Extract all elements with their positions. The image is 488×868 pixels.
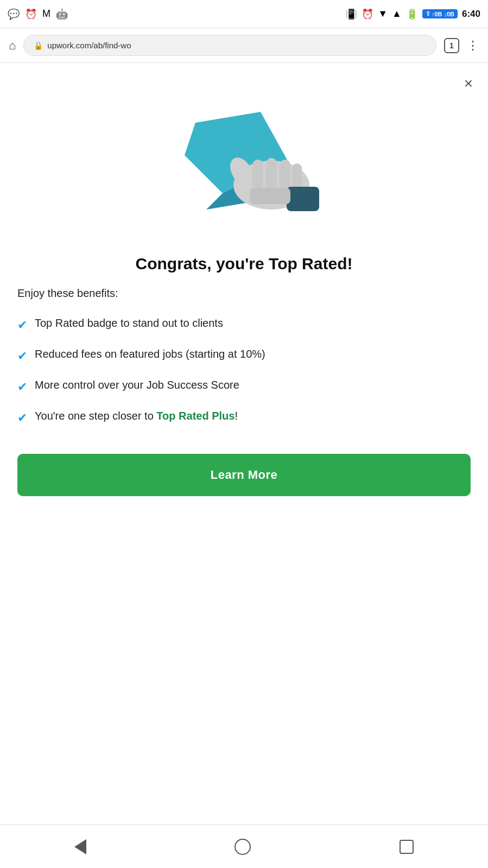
svg-rect-4: [252, 160, 263, 189]
tab-count-badge[interactable]: 1: [444, 38, 459, 53]
benefit-item-1: ✔ Top Rated badge to stand out to client…: [17, 315, 471, 334]
benefit-item-3: ✔ More control over your Job Success Sco…: [17, 377, 471, 396]
close-button[interactable]: ×: [464, 76, 473, 91]
benefit-item-4: ✔ You're one step closer to Top Rated Pl…: [17, 408, 471, 427]
gmail-icon: M: [42, 8, 50, 20]
benefit-item-2: ✔ Reduced fees on featured jobs (startin…: [17, 346, 471, 365]
svg-rect-7: [292, 163, 302, 189]
learn-more-button[interactable]: Learn More: [17, 454, 471, 496]
benefit-text-3: More control over your Job Success Score: [35, 377, 239, 393]
benefit-text-1: Top Rated badge to stand out to clients: [35, 315, 223, 331]
illustration-wrapper: [17, 63, 471, 253]
recents-icon: [400, 840, 414, 854]
signal-icon: ▲: [392, 8, 402, 20]
benefits-intro: Enjoy these benefits:: [17, 287, 471, 300]
top-rated-plus-link[interactable]: Top Rated Plus: [156, 410, 235, 422]
browser-menu-button[interactable]: ⋮: [467, 39, 479, 53]
top-rated-illustration: [152, 96, 337, 226]
tab-count-text: 1: [449, 41, 454, 50]
home-icon: ⌂: [9, 39, 16, 53]
vibrate-icon: 📳: [345, 8, 357, 20]
wifi-icon: ▼: [378, 8, 388, 20]
alarm2-icon: ⏰: [362, 8, 373, 20]
wifi-up-icon: ⇧: [426, 10, 430, 17]
check-icon-2: ✔: [17, 347, 27, 365]
status-bar: 💬 ⏰ M 🤖 📳 ⏰ ▼ ▲ 🔋 ⇧ ↑0B ↓0B 6:40: [0, 0, 488, 28]
bottom-nav: [0, 825, 488, 868]
alarm-icon: ⏰: [25, 8, 37, 20]
congrats-title: Congrats, you're Top Rated!: [17, 253, 471, 274]
check-icon-4: ✔: [17, 409, 27, 427]
recents-button[interactable]: [400, 840, 414, 854]
svg-rect-8: [287, 187, 319, 211]
status-icons-right: 📳 ⏰ ▼ ▲ 🔋 ⇧ ↑0B ↓0B 6:40: [345, 8, 480, 20]
check-icon-3: ✔: [17, 378, 27, 396]
network-badge: ⇧ ↑0B ↓0B: [422, 9, 458, 18]
svg-rect-6: [280, 160, 290, 189]
status-icons-left: 💬 ⏰ M 🤖: [8, 8, 68, 20]
back-button[interactable]: [74, 839, 86, 854]
menu-dots-icon: ⋮: [467, 39, 479, 53]
browser-bar: ⌂ 🔒 upwork.com/ab/find-wo 1 ⋮: [0, 28, 488, 63]
status-time: 6:40: [462, 9, 480, 20]
battery-icon: 🔋: [406, 8, 418, 20]
home-nav-button[interactable]: [235, 839, 251, 855]
url-bar[interactable]: 🔒 upwork.com/ab/find-wo: [23, 35, 436, 56]
check-icon-1: ✔: [17, 316, 27, 334]
benefit-text-4: You're one step closer to Top Rated Plus…: [35, 408, 238, 424]
benefit-text-2: Reduced fees on featured jobs (starting …: [35, 346, 265, 362]
benefits-list: ✔ Top Rated badge to stand out to client…: [17, 315, 471, 427]
home-browser-button[interactable]: ⌂: [9, 39, 16, 53]
svg-rect-5: [266, 158, 277, 189]
home-nav-icon: [235, 839, 251, 855]
network-badge-text: ↑0B ↓0B: [432, 11, 454, 17]
back-icon: [74, 839, 86, 854]
lock-icon: 🔒: [34, 41, 43, 50]
url-text: upwork.com/ab/find-wo: [47, 41, 131, 50]
modal-content: × Congrats, you're Top Rated! Enjoy thes…: [0, 63, 488, 825]
whatsapp-icon: 💬: [8, 8, 20, 20]
android-icon: 🤖: [56, 8, 68, 20]
svg-rect-9: [250, 188, 290, 204]
